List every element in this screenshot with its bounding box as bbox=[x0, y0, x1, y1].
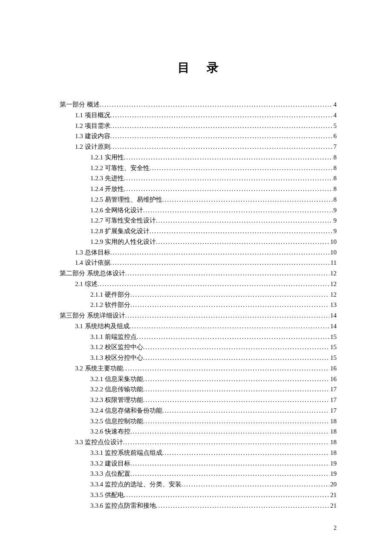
toc-entry-label: 1.4 设计依据 bbox=[75, 257, 110, 268]
toc-leader-dots bbox=[162, 448, 329, 458]
toc-leader-dots bbox=[156, 237, 329, 247]
toc-entry: 第一部分 概述4 bbox=[60, 99, 337, 110]
toc-entry-label: 第一部分 概述 bbox=[60, 99, 100, 110]
toc-leader-dots bbox=[143, 205, 333, 216]
toc-entry-page: 10 bbox=[329, 237, 337, 247]
toc-entry-page: 10 bbox=[329, 247, 337, 258]
toc-entry: 2.1.2 软件部分13 bbox=[60, 300, 337, 310]
toc-entry-page: 20 bbox=[329, 479, 337, 490]
toc-entry: 3.1.2 校区监控中心15 bbox=[60, 342, 337, 353]
toc-entry-page: 18 bbox=[329, 416, 337, 427]
toc-entry-page: 18 bbox=[329, 448, 337, 458]
toc-entry-label: 3.2.5 信息控制功能 bbox=[90, 416, 143, 427]
toc-entry-label: 1.2 项目需求 bbox=[75, 121, 110, 131]
toc-entry: 1.2 项目需求5 bbox=[60, 121, 337, 131]
toc-leader-dots bbox=[182, 479, 329, 490]
toc-leader-dots bbox=[130, 289, 329, 300]
toc-entry-page: 5 bbox=[333, 121, 337, 131]
toc-entry-page: 4 bbox=[333, 110, 337, 121]
toc-entry-label: 3.2.3 权限管理功能 bbox=[90, 395, 143, 405]
toc-entry: 1.4 设计依据11 bbox=[60, 257, 337, 268]
toc-leader-dots bbox=[124, 152, 333, 163]
toc-leader-dots bbox=[130, 468, 329, 479]
toc-entry-page: 9 bbox=[333, 205, 337, 216]
toc-entry-page: 15 bbox=[329, 332, 337, 342]
toc-leader-dots bbox=[150, 226, 333, 237]
toc-leader-dots bbox=[143, 395, 329, 405]
toc-entry-label: 3.3.5 供配电 bbox=[90, 490, 124, 500]
toc-entry-label: 3.3.1 监控系统前端点组成 bbox=[90, 448, 162, 458]
toc-entry: 3.1.3 校区分控中心15 bbox=[60, 353, 337, 363]
toc-leader-dots bbox=[130, 300, 329, 310]
toc-entry: 3.3.1 监控系统前端点组成18 bbox=[60, 448, 337, 458]
toc-leader-dots bbox=[162, 194, 333, 205]
toc-leader-dots bbox=[156, 500, 329, 511]
page-number: 2 bbox=[334, 525, 337, 532]
document-page: 目录 第一部分 概述41.1 项目概况41.2 项目需求51.3 建设内容61.… bbox=[0, 0, 392, 555]
toc-entry: 1.2.7 可靠性安全性设计9 bbox=[60, 215, 337, 226]
toc-entry-label: 1.2 设计原则 bbox=[75, 142, 110, 152]
toc-entry-label: 3.2.4 信息存储和备份功能 bbox=[90, 405, 162, 416]
toc-leader-dots bbox=[162, 405, 329, 416]
toc-leader-dots bbox=[123, 437, 330, 448]
toc-entry-page: 12 bbox=[329, 268, 337, 279]
toc-entry-label: 2.1 综述 bbox=[75, 279, 98, 289]
toc-entry: 2.1 综述12 bbox=[60, 279, 337, 289]
toc-leader-dots bbox=[150, 163, 333, 173]
toc-entry-label: 3.3.3 点位配置 bbox=[90, 468, 130, 479]
toc-entry: 1.3 建设内容6 bbox=[60, 131, 337, 142]
toc-leader-dots bbox=[110, 121, 333, 131]
toc-entry: 1.2.4 开放性8 bbox=[60, 184, 337, 194]
toc-leader-dots bbox=[124, 173, 333, 184]
toc-entry-label: 1.2.8 扩展集成化设计 bbox=[90, 226, 150, 237]
toc-entry: 3.2.5 信息控制功能18 bbox=[60, 416, 337, 427]
toc-entry-label: 1.2.4 开放性 bbox=[90, 184, 124, 194]
toc-entry-label: 3.3.2 建设目标 bbox=[90, 458, 130, 469]
toc-entry-label: 3.1.3 校区分控中心 bbox=[90, 353, 143, 363]
toc-entry-page: 14 bbox=[329, 310, 337, 321]
toc-entry-label: 第二部分 系统总体设计 bbox=[60, 268, 125, 279]
toc-entry-label: 1.2.9 实用的人性化设计 bbox=[90, 237, 156, 247]
toc-entry: 1.2.8 扩展集成化设计9 bbox=[60, 226, 337, 237]
toc-leader-dots bbox=[124, 490, 329, 500]
toc-entry: 3.1.1 前端监控点15 bbox=[60, 332, 337, 342]
toc-entry: 3.3 监控点位设计18 bbox=[60, 437, 337, 448]
toc-entry-page: 21 bbox=[329, 490, 337, 500]
toc-entry-page: 8 bbox=[333, 152, 337, 163]
toc-entry-page: 17 bbox=[329, 395, 337, 405]
toc-leader-dots bbox=[124, 184, 333, 194]
toc-entry: 1.2.9 实用的人性化设计10 bbox=[60, 237, 337, 247]
toc-entry-page: 9 bbox=[333, 226, 337, 237]
toc-entry-page: 9 bbox=[333, 215, 337, 226]
toc-entry-page: 12 bbox=[329, 289, 337, 300]
toc-entry-page: 15 bbox=[329, 353, 337, 363]
toc-entry-label: 3.2.2 信息传输功能 bbox=[90, 384, 143, 395]
toc-entry-page: 6 bbox=[333, 131, 337, 142]
toc-entry-page: 19 bbox=[329, 468, 337, 479]
toc-entry: 3.2.1 信息采集功能16 bbox=[60, 374, 337, 384]
toc-entry: 1.2.6 全网络化设计9 bbox=[60, 205, 337, 216]
toc-entry-page: 13 bbox=[329, 300, 337, 310]
toc-entry-page: 8 bbox=[333, 184, 337, 194]
toc-entry-label: 3.2 系统主要功能 bbox=[75, 363, 123, 374]
toc-entry: 3.2.6 快速布控18 bbox=[60, 426, 337, 437]
toc-entry-label: 第三部分 系统详细设计 bbox=[60, 310, 125, 321]
toc-entry-label: 2.1.2 软件部分 bbox=[90, 300, 130, 310]
toc-entry-label: 3.3 监控点位设计 bbox=[75, 437, 123, 448]
toc-entry-label: 3.3.6 监控点防雷和接地 bbox=[90, 500, 156, 511]
toc-entry-page: 8 bbox=[333, 163, 337, 173]
toc-entry-page: 7 bbox=[333, 142, 337, 152]
toc-leader-dots bbox=[110, 142, 333, 152]
toc-title: 目录 bbox=[60, 60, 337, 76]
toc-entry: 第三部分 系统详细设计14 bbox=[60, 310, 337, 321]
toc-entry-label: 1.2.6 全网络化设计 bbox=[90, 205, 143, 216]
toc-entry-label: 3.2.1 信息采集功能 bbox=[90, 374, 143, 384]
toc-leader-dots bbox=[143, 384, 329, 395]
toc-entry-page: 8 bbox=[333, 173, 337, 184]
toc-leader-dots bbox=[130, 458, 329, 469]
toc-entry-page: 14 bbox=[329, 321, 337, 332]
toc-leader-dots bbox=[143, 353, 329, 363]
toc-entry: 1.1 项目概况4 bbox=[60, 110, 337, 121]
toc-entry: 1.2.2 可靠性、安全性8 bbox=[60, 163, 337, 173]
toc-entry-page: 18 bbox=[329, 437, 337, 448]
